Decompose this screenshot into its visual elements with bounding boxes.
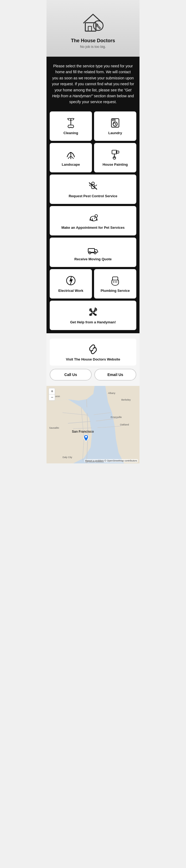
landscape-icon: [65, 149, 76, 160]
zoom-out-button[interactable]: −: [49, 395, 55, 400]
service-landscape[interactable]: Landscape: [50, 143, 92, 173]
moving-quote-label: Receive Moving Quote: [74, 257, 112, 261]
services-grid: Cleaning Laundry Landscape: [50, 112, 136, 330]
service-pet-services[interactable]: Make an Appointment for Pet Services: [50, 206, 136, 236]
svg-text:Albany: Albany: [108, 392, 116, 395]
service-electrical[interactable]: Electrical Work: [50, 269, 92, 299]
svg-line-15: [89, 185, 90, 186]
description-section: Please select the service type you need …: [46, 57, 140, 112]
map-attribution: Report a problem © OpenStreetMap contrib…: [85, 459, 138, 462]
app-subtitle: No job is too big.: [80, 44, 106, 49]
app-title: The House Doctors: [71, 38, 115, 43]
map-view: San Francisco Tiburon Sausalito Albany B…: [46, 386, 140, 463]
painting-icon: [110, 149, 121, 160]
electrical-label: Electrical Work: [58, 289, 83, 293]
svg-point-14: [92, 182, 94, 185]
link-icon: [88, 344, 98, 354]
plumbing-label: Plumbing Service: [100, 289, 130, 293]
svg-rect-0: [85, 23, 96, 31]
svg-text:Daly City: Daly City: [63, 456, 72, 459]
svg-rect-1: [88, 27, 92, 31]
laundry-label: Laundry: [108, 131, 122, 135]
svg-point-22: [94, 252, 96, 254]
website-label: Visit The House Doctors Website: [66, 357, 120, 361]
email-button[interactable]: Email Us: [94, 369, 136, 380]
hero-section: The House Doctors No job is too big.: [46, 0, 140, 57]
laundry-icon: [110, 118, 121, 128]
service-cleaning[interactable]: Cleaning: [50, 112, 92, 141]
house-doctors-logo: [81, 11, 105, 35]
attribution-text: © OpenStreetMap contributors: [104, 459, 137, 462]
handyman-label: Get Help from a Handyman!: [70, 320, 116, 325]
description-highlight: "Get Help from a Handyman!": [52, 88, 131, 98]
svg-point-31: [92, 311, 94, 313]
electrical-icon: [65, 275, 76, 286]
pet-icon: [88, 212, 98, 223]
call-button[interactable]: Call Us: [50, 369, 92, 380]
report-problem-link[interactable]: Report a problem: [85, 459, 104, 462]
svg-text:Berkeley: Berkeley: [121, 399, 131, 401]
svg-rect-7: [113, 120, 115, 121]
service-house-painting[interactable]: House Painting: [94, 143, 136, 173]
footer-section: Visit The House Doctors Website Call Us …: [46, 333, 140, 386]
svg-point-8: [113, 122, 117, 126]
svg-text:Oakland: Oakland: [120, 423, 129, 426]
plumbing-icon: [110, 275, 121, 286]
map-zoom-controls: + −: [49, 388, 55, 401]
handyman-icon: [88, 307, 98, 317]
pet-services-label: Make an Appointment for Pet Services: [61, 225, 125, 230]
svg-line-16: [96, 185, 97, 186]
landscape-label: Landscape: [62, 162, 80, 167]
zoom-in-button[interactable]: +: [49, 388, 55, 394]
pest-icon: [88, 181, 98, 191]
svg-point-43: [85, 436, 87, 437]
services-section: Cleaning Laundry Landscape: [46, 112, 140, 333]
website-card[interactable]: Visit The House Doctors Website: [50, 339, 136, 366]
service-moving-quote[interactable]: Receive Moving Quote: [50, 238, 136, 267]
svg-text:San Francisco: San Francisco: [72, 430, 94, 433]
svg-text:Emeryville: Emeryville: [111, 416, 122, 418]
svg-rect-25: [113, 277, 118, 280]
cleaning-icon: [65, 118, 76, 128]
cleaning-label: Cleaning: [64, 131, 78, 135]
contact-buttons: Call Us Email Us: [50, 369, 136, 380]
service-pest-control[interactable]: Request Pest Control Service: [50, 175, 136, 204]
service-handyman[interactable]: Get Help from a Handyman!: [50, 301, 136, 330]
service-plumbing[interactable]: Plumbing Service: [94, 269, 136, 299]
svg-text:Sausalito: Sausalito: [49, 427, 59, 429]
svg-point-3: [97, 25, 98, 26]
service-laundry[interactable]: Laundry: [94, 112, 136, 141]
description-text: Please select the service type you need …: [52, 64, 134, 104]
svg-point-21: [89, 252, 91, 254]
map-section[interactable]: San Francisco Tiburon Sausalito Albany B…: [46, 386, 140, 463]
moving-icon: [88, 244, 98, 254]
pest-control-label: Request Pest Control Service: [69, 194, 117, 198]
house-painting-label: House Painting: [103, 162, 128, 167]
